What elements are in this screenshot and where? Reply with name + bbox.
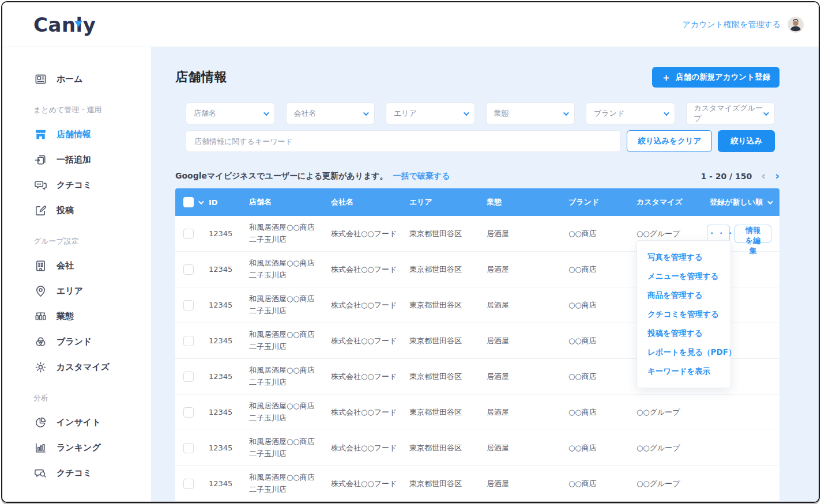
sidebar-item-bulk-add[interactable]: 一括追加 — [33, 151, 151, 168]
cell-brand: ○○商店 — [568, 229, 637, 239]
menu-item[interactable]: レポートを見る（PDF） — [637, 343, 730, 362]
cell-company: 株式会社○○フード — [331, 479, 409, 489]
sidebar-item-reviews-analysis[interactable]: クチコミ — [33, 464, 151, 482]
user-avatar[interactable] — [788, 17, 804, 33]
cell-store-name: 和風居酒屋○○商店二子玉川店 — [249, 222, 331, 245]
filter-select-2[interactable]: エリア — [386, 103, 475, 124]
cell-company: 株式会社○○フード — [331, 443, 409, 453]
row-checkbox[interactable] — [183, 336, 194, 346]
apply-filters-button[interactable]: 絞り込み — [718, 130, 775, 152]
table-row: 12345 和風居酒屋○○商店二子玉川店 株式会社○○フード 東京都世田谷区 居… — [175, 395, 779, 430]
cell-area: 東京都世田谷区 — [409, 336, 487, 346]
cell-business-type: 居酒屋 — [487, 407, 568, 418]
sort-selector[interactable]: 登録が新しい順 — [710, 197, 771, 207]
bulk-add-icon — [33, 153, 47, 166]
bar-chart-icon — [33, 441, 47, 454]
row-actions-menu: 写真を管理するメニューを管理する商品を管理するクチコミを管理する投稿を管理するレ… — [637, 240, 731, 388]
filter-select-3[interactable]: 業態 — [486, 103, 575, 124]
sidebar-item-ranking[interactable]: ランキング — [33, 439, 151, 456]
column-header-customize: カスタマイズ — [637, 197, 707, 207]
main-content: 店舗情報 ＋ 店舗の新規アカウント登録 店舗名 会社名 エリア 業態 ブランド … — [151, 47, 819, 502]
chevron-down-icon — [663, 110, 669, 116]
gmb-update-notice: Googleマイビジネスでユーザーによる更新があります。 — [175, 171, 388, 180]
sidebar-section-label: 分析 — [33, 393, 151, 403]
sidebar-item-label: ブランド — [57, 336, 92, 347]
sidebar-section-label: まとめて管理・運用 — [33, 105, 151, 115]
menu-item[interactable]: キーワードを表示 — [637, 362, 730, 381]
next-page-button[interactable]: › — [775, 170, 779, 181]
org-chart-icon — [33, 309, 47, 323]
select-all-chevron-icon[interactable] — [198, 199, 204, 204]
cell-area: 東京都世田谷区 — [409, 407, 487, 418]
cell-area: 東京都世田谷区 — [409, 443, 487, 453]
sidebar-item-home[interactable]: ホーム — [33, 70, 151, 88]
chevron-down-icon — [463, 110, 469, 116]
row-checkbox[interactable] — [183, 229, 194, 239]
bulk-discard-link[interactable]: 一括で破棄する — [393, 171, 450, 180]
cell-business-type: 居酒屋 — [487, 443, 568, 453]
cell-customize: ○○グループ — [637, 443, 707, 453]
menu-item[interactable]: メニューを管理する — [637, 267, 730, 286]
prev-page-button[interactable]: ‹ — [761, 170, 766, 181]
cell-brand: ○○商店 — [568, 372, 637, 382]
sidebar-item-company[interactable]: 会社 — [33, 257, 151, 274]
row-checkbox[interactable] — [183, 407, 194, 418]
row-checkbox[interactable] — [183, 264, 194, 275]
sidebar-item-label: エリア — [57, 286, 83, 297]
sidebar-item-brand[interactable]: ブランド — [33, 333, 151, 350]
row-checkbox[interactable] — [183, 479, 194, 489]
cell-store-name: 和風居酒屋○○商店二子玉川店 — [249, 365, 331, 388]
filter-select-4[interactable]: ブランド — [586, 103, 675, 124]
canly-logo: Canly — [33, 13, 96, 36]
notice-row: Googleマイビジネスでユーザーによる更新があります。 一括で破棄する 1 -… — [175, 170, 779, 181]
cell-business-type: 居酒屋 — [487, 264, 568, 275]
sidebar-item-business-type[interactable]: 業態 — [33, 308, 151, 325]
sidebar-item-area[interactable]: エリア — [33, 282, 151, 300]
home-icon — [33, 72, 47, 86]
cell-company: 株式会社○○フード — [331, 336, 409, 346]
sidebar-item-customize[interactable]: カスタマイズ — [33, 358, 151, 376]
cell-id: 12345 — [209, 229, 249, 238]
venn-icon — [33, 335, 47, 348]
filter-selects: 店舗名 会社名 エリア 業態 ブランド カスタマイズグループ — [186, 103, 775, 124]
row-checkbox[interactable] — [183, 300, 194, 310]
manage-account-permissions-link[interactable]: アカウント権限を管理する — [682, 20, 781, 30]
row-checkbox[interactable] — [183, 443, 194, 453]
sidebar-item-label: 投稿 — [57, 205, 74, 216]
canly-logo-text: Canly — [33, 13, 96, 36]
cell-id: 12345 — [209, 408, 249, 416]
sidebar-item-label: クチコミ — [57, 468, 92, 479]
sort-label: 登録が新しい順 — [710, 197, 763, 207]
sidebar: ホームまとめて管理・運用 店舗情報 一括追加 クチコミ 投稿グループ設定 会社 … — [2, 47, 151, 502]
filter-select-0[interactable]: 店舗名 — [186, 103, 275, 124]
menu-item[interactable]: クチコミを管理する — [637, 305, 730, 324]
sidebar-item-posts[interactable]: 投稿 — [33, 202, 151, 219]
menu-item[interactable]: 写真を管理する — [637, 248, 730, 267]
topbar: Canly アカウント権限を管理する — [2, 2, 819, 47]
select-all-checkbox[interactable] — [183, 197, 194, 207]
filter-select-1[interactable]: 会社名 — [286, 103, 375, 124]
sidebar-item-reviews[interactable]: クチコミ — [33, 176, 151, 194]
menu-item[interactable]: 商品を管理する — [637, 286, 730, 305]
filter-select-label: 店舗名 — [194, 108, 216, 119]
sidebar-item-insights[interactable]: インサイト — [33, 414, 151, 431]
keyword-input[interactable] — [186, 130, 621, 152]
table-row: 12345 和風居酒屋○○商店二子玉川店 株式会社○○フード 東京都世田谷区 居… — [175, 430, 779, 466]
cell-brand: ○○商店 — [568, 300, 637, 310]
cell-id: 12345 — [209, 479, 249, 488]
menu-item[interactable]: 投稿を管理する — [637, 324, 730, 343]
cell-id: 12345 — [209, 336, 249, 345]
row-edit-info-button[interactable]: 情報を編集 — [735, 225, 771, 243]
clear-filters-button[interactable]: 絞り込みをクリア — [627, 130, 712, 152]
row-checkbox[interactable] — [183, 372, 194, 382]
pagination: 1 - 20 / 150 ‹ › — [701, 170, 779, 181]
plus-icon: ＋ — [661, 73, 671, 82]
map-pin-icon — [33, 284, 47, 298]
avatar-photo — [788, 17, 804, 33]
register-store-button[interactable]: ＋ 店舗の新規アカウント登録 — [652, 67, 779, 88]
cell-id: 12345 — [209, 372, 249, 381]
cell-company: 株式会社○○フード — [331, 372, 409, 382]
sidebar-item-store-info[interactable]: 店舗情報 — [33, 126, 151, 143]
filter-select-5[interactable]: カスタマイズグループ — [686, 103, 775, 124]
cell-store-name: 和風居酒屋○○商店二子玉川店 — [249, 436, 331, 459]
